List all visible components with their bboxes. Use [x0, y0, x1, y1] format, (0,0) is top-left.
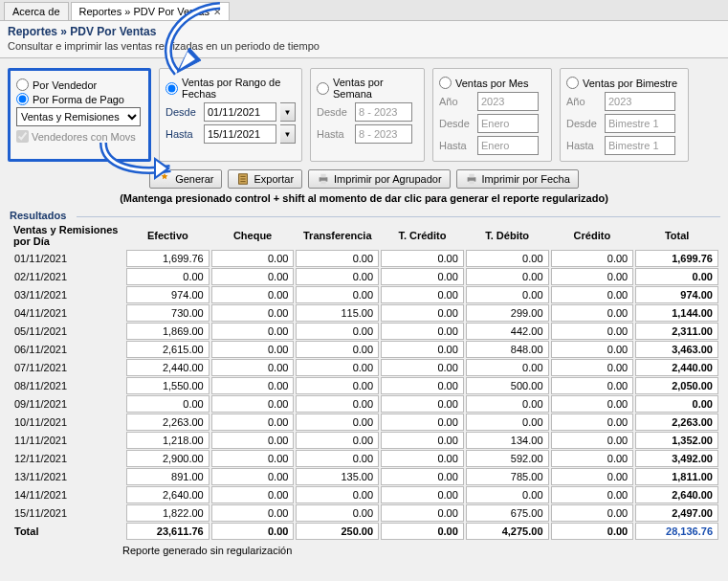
radio-mes[interactable]: Ventas por Mes	[439, 77, 545, 89]
ano-label: Año	[439, 96, 474, 107]
data-cell: 0.00	[211, 359, 295, 376]
radio-por-forma-pago-input[interactable]	[16, 93, 29, 105]
modo-group: Por Vendedor Por Forma de Pago Ventas y …	[8, 68, 151, 162]
radio-rango-fechas[interactable]: Ventas por Rango de Fechas	[165, 77, 296, 100]
button-label: Generar	[175, 173, 213, 185]
radio-rango-fechas-input[interactable]	[165, 82, 178, 95]
data-cell: 0.00	[126, 395, 210, 413]
printer-icon	[317, 172, 330, 186]
hasta-input	[605, 136, 675, 155]
data-cell: 0.00	[381, 468, 464, 485]
data-cell: 0.00	[211, 323, 295, 340]
data-cell: 0.00	[466, 395, 549, 413]
data-cell: 115.00	[296, 304, 379, 322]
data-cell: 0.00	[211, 377, 295, 394]
data-cell: 0.00	[551, 468, 634, 485]
data-cell: 0.00	[211, 341, 295, 358]
radio-por-vendedor-input[interactable]	[16, 78, 29, 91]
check-vendedores-movs[interactable]: Vendedores con Movs	[16, 130, 143, 143]
imprimir-agrupador-button[interactable]: Imprimir por Agrupador	[308, 169, 451, 189]
button-label: Imprimir por Agrupador	[334, 173, 442, 185]
table-row: 02/11/20210.000.000.000.000.000.000.00	[10, 268, 718, 285]
hasta-input	[477, 136, 539, 155]
data-cell: 0.00	[296, 359, 379, 376]
row-date: 07/11/2021	[10, 359, 124, 376]
row-date: 02/11/2021	[10, 268, 124, 285]
tab-reportes-pdv[interactable]: Reportes » PDV Por Ventas ✕	[71, 2, 230, 20]
desde-label: Desde	[165, 106, 200, 118]
radio-label: Por Forma de Pago	[33, 94, 124, 105]
action-bar: Generar Exportar Imprimir por Agrupador …	[0, 166, 728, 190]
data-cell: 2,440.00	[126, 359, 210, 376]
total-cell: 250.00	[296, 523, 379, 540]
data-cell: 3,463.00	[635, 341, 718, 358]
table-row: 03/11/2021974.000.000.000.000.000.00974.…	[10, 286, 718, 303]
col-tdebito: T. Débito	[466, 222, 549, 249]
total-cell: 0.00	[381, 523, 464, 540]
imprimir-fecha-button[interactable]: Imprimir por Fecha	[456, 169, 579, 189]
dropdown-icon[interactable]: ▼	[280, 102, 296, 122]
data-cell: 0.00	[551, 432, 634, 449]
data-cell: 299.00	[466, 304, 549, 322]
close-icon[interactable]: ✕	[213, 7, 221, 17]
row-date: 11/11/2021	[10, 432, 124, 449]
row-date: 06/11/2021	[10, 341, 124, 358]
table-row: 09/11/20210.000.000.000.000.000.000.00	[10, 395, 718, 413]
data-cell: 2,615.00	[126, 341, 210, 358]
page-title: Reportes » PDV Por Ventas	[8, 25, 720, 38]
data-cell: 0.00	[296, 504, 379, 522]
hasta-input[interactable]	[204, 124, 276, 144]
desde-input	[605, 114, 675, 133]
printer-icon	[465, 172, 478, 186]
radio-label: Ventas por Mes	[455, 78, 528, 89]
page-subtitle: Consultar e imprimir las ventas realizad…	[8, 40, 720, 52]
desde-input[interactable]	[204, 102, 276, 122]
results-table: Ventas y Remisiones por Día Efectivo Che…	[8, 221, 720, 541]
ano-input	[477, 92, 539, 111]
radio-por-vendedor[interactable]: Por Vendedor	[16, 78, 143, 91]
data-cell: 2,263.00	[635, 413, 718, 431]
row-date: 03/11/2021	[10, 286, 124, 303]
data-cell: 0.00	[211, 286, 295, 303]
combo-ventas-remisiones[interactable]: Ventas y Remisiones	[16, 107, 141, 126]
filter-bar: Por Vendedor Por Forma de Pago Ventas y …	[0, 58, 728, 166]
svg-rect-6	[469, 181, 474, 185]
generar-button[interactable]: Generar	[149, 169, 222, 189]
data-cell: 2,640.00	[126, 486, 210, 503]
data-cell: 0.00	[551, 504, 634, 522]
data-cell: 135.00	[296, 468, 379, 485]
data-cell: 0.00	[211, 504, 295, 522]
dropdown-icon[interactable]: ▼	[280, 124, 296, 144]
radio-semana-input[interactable]	[317, 82, 329, 95]
radio-mes-input[interactable]	[439, 77, 452, 89]
button-label: Exportar	[254, 173, 294, 185]
data-cell: 1,218.00	[126, 432, 210, 449]
data-cell: 0.00	[296, 450, 379, 467]
data-cell: 592.00	[466, 450, 549, 467]
data-cell: 500.00	[466, 377, 549, 394]
data-cell: 2,263.00	[126, 413, 210, 431]
data-cell: 0.00	[551, 395, 634, 413]
data-cell: 0.00	[551, 268, 634, 285]
row-date: 01/11/2021	[10, 250, 124, 267]
data-cell: 848.00	[466, 341, 549, 358]
data-cell: 0.00	[466, 359, 549, 376]
radio-por-forma-pago[interactable]: Por Forma de Pago	[16, 93, 143, 105]
data-cell: 0.00	[381, 486, 464, 503]
data-cell: 0.00	[211, 486, 295, 503]
data-cell: 0.00	[296, 395, 379, 413]
data-cell: 0.00	[211, 468, 295, 485]
tab-acerca-de[interactable]: Acerca de	[4, 2, 69, 20]
data-cell: 1,869.00	[126, 323, 210, 340]
data-cell: 0.00	[381, 377, 464, 394]
col-credito: Crédito	[551, 222, 634, 249]
radio-semana[interactable]: Ventas por Semana	[317, 77, 418, 100]
data-cell: 0.00	[635, 268, 718, 285]
radio-bimestre[interactable]: Ventas por Bimestre	[566, 77, 682, 89]
radio-bimestre-input[interactable]	[566, 77, 579, 89]
data-cell: 0.00	[551, 450, 634, 467]
data-cell: 0.00	[296, 432, 379, 449]
exportar-button[interactable]: Exportar	[228, 169, 302, 189]
data-cell: 0.00	[381, 450, 464, 467]
desde-label: Desde	[317, 106, 351, 118]
